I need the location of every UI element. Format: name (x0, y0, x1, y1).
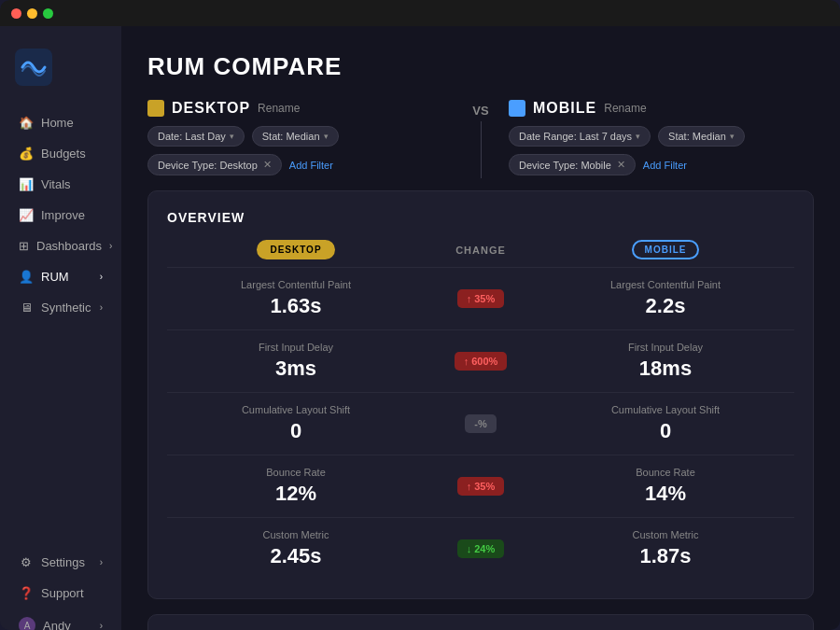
sidebar-item-improve[interactable]: 📈 Improve (4, 201, 118, 230)
sidebar-item-support[interactable]: ❓ Support (4, 579, 118, 608)
mobile-add-filter[interactable]: Add Filter (643, 160, 687, 171)
metric-value: 1.87s (537, 544, 794, 568)
chevron-down-icon-mobile-stat: ▾ (730, 132, 735, 141)
change-value: 600% (471, 356, 497, 367)
metric-label: Largest Contentful Paint (537, 279, 794, 290)
change-col-header: CHANGE (425, 240, 537, 259)
mobile-label-row: MOBILE Rename (509, 100, 814, 117)
metric-label: Largest Contentful Paint (167, 279, 425, 290)
chevron-right-icon-andy: › (100, 621, 103, 631)
metric-custom-desktop: Custom Metric 2.45s (167, 529, 425, 568)
minimize-button[interactable] (27, 8, 37, 19)
sidebar-item-dashboards[interactable]: ⊞ Dashboards › (4, 231, 118, 260)
sidebar-item-synthetic[interactable]: 🖥 Synthetic › (4, 293, 118, 322)
desktop-stat-filter[interactable]: Stat: Median ▾ (252, 126, 339, 147)
desktop-stat-filter-label: Stat: Median (262, 131, 320, 142)
mobile-date-filter[interactable]: Date Range: Last 7 days ▾ (509, 126, 651, 147)
mobile-rename-link[interactable]: Rename (604, 102, 646, 115)
vs-divider: VS (453, 100, 509, 121)
sidebar-item-home-label: Home (41, 116, 74, 130)
close-icon-mobile[interactable]: ✕ (617, 159, 625, 171)
chevron-right-icon-settings: › (100, 557, 103, 567)
table-row: First Input Delay 3ms ↑ 600% First Input… (167, 329, 794, 392)
maximize-button[interactable] (43, 8, 53, 19)
vs-label: VS (467, 100, 494, 121)
metric-label: Bounce Rate (537, 467, 794, 478)
metric-cls-desktop: Cumulative Layout Shift 0 (167, 404, 425, 443)
sidebar-item-vitals[interactable]: 📊 Vitals (4, 170, 118, 199)
desktop-filter-row: Date: Last Day ▾ Stat: Median ▾ (147, 126, 453, 147)
desktop-rename-link[interactable]: Rename (258, 102, 300, 115)
mobile-stat-filter[interactable]: Stat: Median ▾ (658, 126, 745, 147)
desktop-date-filter[interactable]: Date: Last Day ▾ (147, 126, 245, 147)
mobile-color-box (509, 100, 525, 117)
metric-fid-desktop: First Input Delay 3ms (167, 342, 425, 381)
mobile-side: MOBILE Rename Date Range: Last 7 days ▾ … (509, 100, 814, 175)
chevron-down-icon: ▾ (230, 132, 234, 141)
close-button[interactable] (11, 8, 21, 19)
change-badge: ↑ 35% (457, 477, 505, 496)
overview-title: OVERVIEW (167, 210, 794, 225)
change-badge: ↓ 24% (457, 539, 505, 558)
sidebar-item-dashboards-label: Dashboards (36, 239, 102, 253)
metric-value: 2.2s (537, 294, 794, 318)
metric-value: 3ms (167, 357, 425, 381)
arrow-down-icon: ↓ (467, 543, 472, 554)
mobile-filter-row: Date Range: Last 7 days ▾ Stat: Median ▾ (509, 126, 814, 147)
change-custom: ↓ 24% (425, 539, 537, 558)
sidebar-item-settings-label: Settings (41, 555, 85, 569)
sidebar-nav: 🏠 Home 💰 Budgets 📊 Vitals 📈 Improve ⊞ (0, 108, 121, 548)
sidebar-bottom: ⚙ Settings › ❓ Support A Andy › (0, 548, 121, 630)
metric-bounce-mobile: Bounce Rate 14% (537, 467, 794, 506)
metric-label: Bounce Rate (167, 467, 425, 478)
sidebar-item-home[interactable]: 🏠 Home (4, 108, 118, 137)
chevron-down-icon-stat: ▾ (324, 132, 329, 141)
desktop-filter-row-2: Device Type: Desktop ✕ Add Filter (147, 154, 453, 175)
chevron-right-icon: › (109, 241, 112, 251)
sidebar-item-support-label: Support (41, 586, 84, 600)
metric-value: 12% (167, 482, 425, 506)
desktop-date-filter-label: Date: Last Day (158, 131, 226, 142)
rum-icon: 👤 (19, 270, 34, 284)
app-window: 🏠 Home 💰 Budgets 📊 Vitals 📈 Improve ⊞ (0, 0, 840, 630)
dashboards-icon: ⊞ (19, 239, 29, 253)
change-bounce: ↑ 35% (425, 477, 537, 496)
overview-section: OVERVIEW DESKTOP CHANGE MOBILE (147, 190, 814, 599)
sidebar-item-vitals-label: Vitals (41, 177, 71, 191)
metric-value: 0 (167, 419, 425, 443)
desktop-col-header: DESKTOP (257, 240, 334, 259)
sidebar-item-improve-label: Improve (41, 208, 85, 222)
desktop-col-header-wrapper: DESKTOP (167, 240, 425, 259)
sidebar-item-synthetic-label: Synthetic (41, 301, 91, 315)
mobile-col-header: MOBILE (632, 240, 700, 259)
mobile-date-filter-label: Date Range: Last 7 days (519, 131, 632, 142)
settings-icon: ⚙ (19, 555, 34, 569)
sidebar-item-budgets[interactable]: 💰 Budgets (4, 139, 118, 168)
sidebar-item-rum[interactable]: 👤 RUM › (4, 262, 118, 291)
desktop-add-filter[interactable]: Add Filter (289, 160, 333, 171)
metric-label: Custom Metric (167, 529, 425, 540)
metric-value: 1.63s (167, 294, 425, 318)
metric-label: First Input Delay (167, 342, 425, 353)
desktop-device-filter[interactable]: Device Type: Desktop ✕ (147, 154, 282, 175)
change-cls: -% (425, 414, 537, 433)
sidebar-item-andy[interactable]: A Andy › (4, 609, 118, 630)
vitals-icon: 📊 (19, 177, 34, 191)
metric-custom-mobile: Custom Metric 1.87s (537, 529, 794, 568)
metric-value: 0 (537, 419, 794, 443)
sidebar-item-andy-label: Andy (43, 619, 71, 631)
metric-label: Cumulative Layout Shift (537, 404, 794, 415)
arrow-up-icon: ↑ (464, 356, 469, 367)
sidebar-item-rum-label: RUM (41, 270, 69, 284)
metric-value: 18ms (537, 357, 794, 381)
arrow-up-icon: ↑ (467, 293, 472, 304)
sidebar-item-settings[interactable]: ⚙ Settings › (4, 548, 118, 577)
change-badge: -% (465, 414, 496, 433)
sidebar-item-budgets-label: Budgets (41, 147, 86, 161)
mobile-title: MOBILE (533, 100, 596, 117)
mobile-device-filter[interactable]: Device Type: Mobile ✕ (509, 154, 636, 175)
close-icon[interactable]: ✕ (263, 159, 272, 171)
change-fid: ↑ 600% (425, 352, 537, 371)
support-icon: ❓ (19, 586, 34, 600)
arrow-up-icon: ↑ (467, 481, 472, 492)
